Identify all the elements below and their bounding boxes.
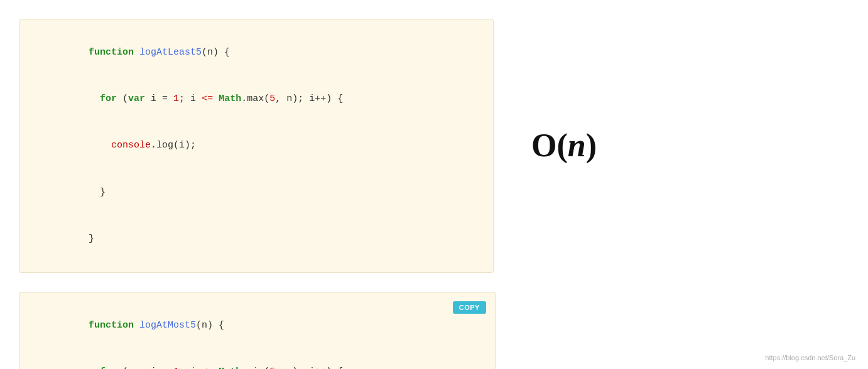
watermark: https://blog.csdn.net/Sora_Zu: [765, 354, 855, 361]
code-text: [89, 366, 100, 369]
number: 1: [173, 94, 179, 104]
operator: <=: [202, 366, 213, 369]
code-text: [213, 94, 219, 104]
code-text: .max(: [241, 94, 269, 104]
code-text: [89, 140, 111, 151]
keyword-function: function: [89, 320, 139, 331]
code-text: .log(i);: [151, 140, 196, 151]
code-text: ; i: [179, 366, 202, 369]
console-keyword: console: [111, 140, 151, 151]
number: 5: [269, 366, 275, 369]
code-line: function logAtLeast5(n) {: [32, 29, 480, 76]
code-text: (n) {: [196, 320, 224, 331]
function-name: logAtLeast5: [139, 47, 202, 58]
code-line: function logAtMost5(n) {: [32, 302, 482, 349]
code-text: , n); i++) {: [275, 94, 343, 104]
math-keyword: Math: [219, 94, 241, 104]
keyword-function: function: [89, 47, 139, 58]
number: 1: [173, 366, 179, 369]
code-text: (n) {: [202, 47, 230, 58]
code-text: , n); i++) {: [275, 366, 343, 369]
code-text: .min(: [241, 366, 269, 369]
code-text: [89, 94, 100, 104]
code-text: }: [89, 233, 94, 244]
function-name: logAtMost5: [139, 320, 196, 331]
keyword-var: var: [128, 94, 145, 104]
copy-button[interactable]: COPY: [453, 301, 486, 314]
operator: <=: [202, 94, 213, 104]
code-line: }: [32, 169, 480, 216]
code-text: i =: [145, 94, 173, 104]
code-line: console.log(i);: [32, 123, 480, 169]
code-text: }: [89, 187, 106, 198]
math-keyword: Math: [219, 366, 241, 369]
keyword-var: var: [128, 366, 145, 369]
keyword-for: for: [100, 94, 117, 104]
code-text: ; i: [179, 94, 202, 104]
code-line: for (var i = 1; i <= Math.max(5, n); i++…: [32, 76, 480, 122]
code-line: for (var i = 1; i <= Math.min(5, n); i++…: [32, 350, 482, 370]
keyword-for: for: [100, 366, 117, 369]
code-text: (: [117, 94, 128, 104]
main-container: function logAtLeast5(n) { for (var i = 1…: [19, 13, 849, 356]
code-block-1: function logAtLeast5(n) { for (var i = 1…: [19, 19, 494, 273]
code-section: function logAtLeast5(n) { for (var i = 1…: [19, 13, 597, 356]
code-line: }: [32, 216, 480, 262]
number: 5: [269, 94, 275, 104]
code-text: (: [117, 366, 128, 369]
complexity-label-1: O(n): [531, 126, 597, 165]
code-text: i =: [145, 366, 173, 369]
code-text: [213, 366, 219, 369]
code-block-2: COPY function logAtMost5(n) { for (var i…: [19, 292, 496, 369]
